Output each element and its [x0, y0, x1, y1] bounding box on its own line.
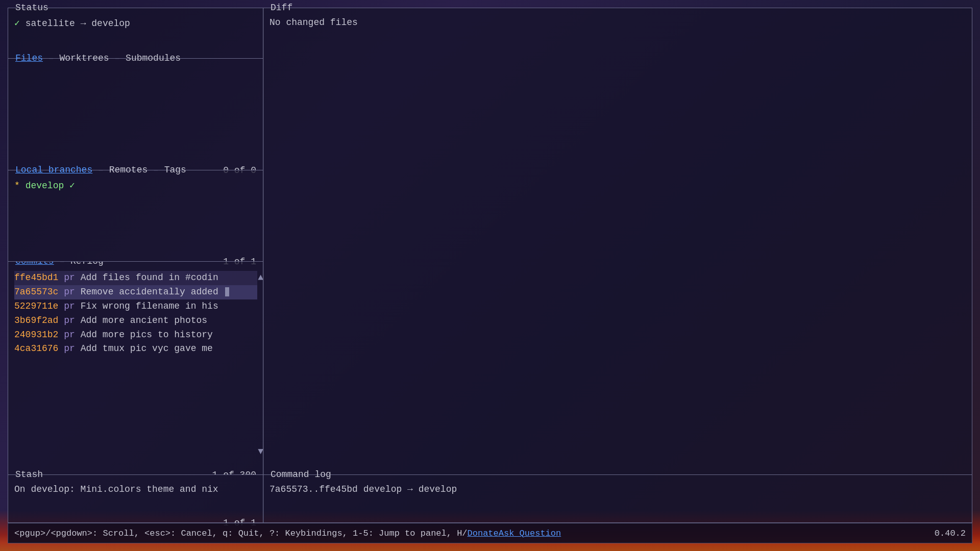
commit-row-6[interactable]: 4ca31676 pr Add tmux pic vyc gave me ▼	[14, 342, 257, 356]
status-content: ✓ satellite → develop	[14, 17, 257, 30]
commit-pr-1: pr	[64, 272, 75, 283]
files-panel-title: Files – Worktrees – Submodules	[13, 53, 183, 63]
status-text: satellite → develop	[26, 18, 130, 29]
branch-star-icon: *	[14, 181, 20, 191]
commits-panel: Commits – Reflog ffe45bd1 pr Add files f…	[8, 261, 264, 475]
commit-pr-3: pr	[64, 301, 75, 311]
cmdlog-panel-title: Command log	[268, 469, 333, 480]
commit-pr-2: pr	[64, 287, 75, 297]
commit-hash-2: 7a65573c	[14, 287, 58, 297]
diff-content: No changed files	[270, 17, 966, 28]
commit-row-5[interactable]: 240931b2 pr Add more pics to history	[14, 328, 257, 342]
commit-msg-1: Add files found in #codin	[81, 272, 218, 283]
commit-hash-3: 5229711e	[14, 301, 58, 311]
commit-pr-4: pr	[64, 315, 75, 325]
commit-msg-4: Add more ancient photos	[81, 315, 207, 325]
commits-tab[interactable]: Commits	[15, 261, 54, 266]
cursor-block	[225, 287, 229, 296]
branch-checkmark: ✓	[69, 181, 75, 191]
version-text: 0.40.2	[935, 529, 966, 538]
checkmark-icon: ✓	[14, 18, 20, 29]
submodules-tab[interactable]: Submodules	[126, 53, 181, 63]
diff-panel: Diff No changed files	[263, 8, 972, 475]
branches-panel: Local branches – Remotes – Tags * develo…	[8, 170, 264, 262]
commit-msg-6: Add tmux pic vyc gave me	[81, 343, 213, 354]
stash-panel-title: Stash	[13, 469, 45, 480]
commit-msg-2: Remove accidentally added	[81, 287, 218, 297]
commit-row-2[interactable]: 7a65573c pr Remove accidentally added	[14, 285, 257, 299]
keybindings-text: <pgup>/<pgdown>: Scroll, <esc>: Cancel, …	[14, 529, 468, 538]
commit-msg-3: Fix wrong filename in his	[81, 301, 218, 311]
commit-row-1[interactable]: ffe45bd1 pr Add files found in #codin ▲	[14, 271, 257, 285]
branch-item[interactable]: * develop ✓	[14, 180, 257, 191]
commit-hash-4: 3b69f2ad	[14, 315, 58, 325]
commits-panel-title: Commits – Reflog	[13, 261, 106, 266]
commit-pr-5: pr	[64, 330, 75, 340]
stash-content: On develop: Mini.colors theme and nix	[14, 484, 257, 494]
local-branches-tab[interactable]: Local branches	[15, 165, 92, 175]
tags-tab[interactable]: Tags	[164, 165, 186, 175]
remotes-tab[interactable]: Remotes	[109, 165, 148, 175]
cmdlog-content: 7a65573..ffe45bd develop → develop	[270, 484, 966, 494]
commit-msg-5: Add more pics to history	[81, 330, 213, 340]
commit-hash-6: 4ca31676	[14, 343, 58, 354]
files-panel: Files – Worktrees – Submodules 0 of 0	[8, 58, 264, 170]
keybindings-bar: <pgup>/<pgdown>: Scroll, <esc>: Cancel, …	[8, 523, 972, 543]
stash-panel: Stash On develop: Mini.colors theme and …	[8, 474, 264, 523]
files-tab[interactable]: Files	[15, 53, 43, 63]
status-panel-title: Status	[13, 3, 51, 13]
commit-row-3[interactable]: 5229711e pr Fix wrong filename in his	[14, 299, 257, 314]
donate-link[interactable]: Donate	[468, 529, 499, 538]
status-panel: Status ✓ satellite → develop	[8, 8, 264, 59]
commit-pr-6: pr	[64, 343, 75, 354]
commit-row-4[interactable]: 3b69f2ad pr Add more ancient photos	[14, 314, 257, 328]
branch-name: develop	[26, 181, 64, 191]
diff-title-text: Diff	[271, 3, 292, 13]
commit-hash-1: ffe45bd1	[14, 272, 58, 283]
diff-panel-title: Diff	[268, 3, 295, 13]
branches-panel-title: Local branches – Remotes – Tags	[13, 165, 188, 175]
reflog-tab[interactable]: Reflog	[70, 261, 104, 266]
ask-question-link[interactable]: Ask Question	[499, 529, 561, 538]
commit-hash-5: 240931b2	[14, 330, 58, 340]
cmdlog-title-text: Command log	[271, 469, 331, 480]
stash-title-text: Stash	[15, 469, 43, 480]
cmdlog-panel: Command log 7a65573..ffe45bd develop → d…	[263, 474, 972, 523]
worktrees-tab[interactable]: Worktrees	[59, 53, 109, 63]
